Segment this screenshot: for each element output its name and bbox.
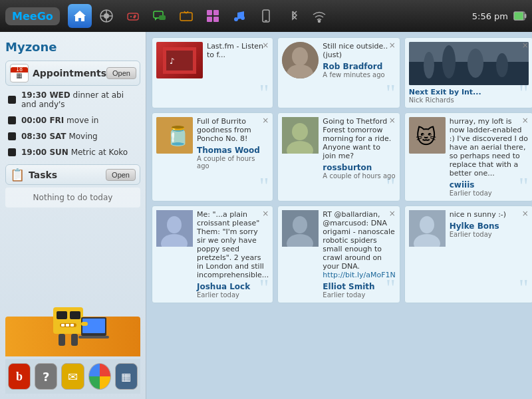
elliot-avatar — [282, 210, 319, 247]
elliot-time: Earlier today — [323, 291, 395, 299]
joshua-close[interactable]: × — [262, 209, 269, 218]
rob-close[interactable]: × — [389, 41, 396, 50]
hylke-avatar — [409, 210, 446, 247]
svg-rect-30 — [70, 311, 80, 319]
thomas-avatar: 🫙 — [156, 117, 193, 154]
thomas-time: A couple of hours ago — [197, 155, 269, 170]
chrome-icon[interactable] — [88, 363, 111, 390]
hylke-text: nice n sunny :-) — [450, 210, 529, 219]
tasks-empty-message: Nothing to do today — [5, 188, 140, 207]
nav-game[interactable] — [121, 4, 145, 28]
svg-rect-34 — [70, 324, 74, 327]
rob-text: Still nice outside.. (just) — [323, 42, 395, 59]
appointments-header: 18 ▦ Appointments Open — [5, 61, 140, 86]
appointment-item: 19:00 SUN Metric at Koko — [5, 146, 140, 159]
svg-rect-39 — [78, 336, 109, 338]
svg-point-61 — [167, 216, 182, 233]
svg-rect-18 — [207, 17, 212, 22]
next-exit-author: Nick Richards — [409, 96, 529, 104]
lastfm-thumbnail: ♪ — [156, 42, 203, 78]
calendar-icon: 18 ▦ — [10, 64, 29, 82]
svg-rect-17 — [213, 10, 219, 15]
svg-text:♪: ♪ — [170, 57, 175, 66]
svg-point-56 — [292, 123, 308, 140]
nav-grid[interactable] — [94, 4, 118, 28]
myzone-title: Myzone — [5, 37, 140, 58]
svg-point-52 — [496, 53, 508, 77]
next-exit-card: Next Exit by Int... Nick Richards × " — [404, 37, 532, 108]
svg-rect-32 — [61, 324, 65, 327]
nav-music[interactable] — [227, 4, 251, 28]
hylke-author: Hylke Bons — [450, 221, 529, 231]
svg-point-50 — [442, 45, 456, 78]
topbar: MeeGo 5:56 pm — [0, 0, 532, 32]
appointment-item: 19:30 WED dinner at abi and andy's — [5, 88, 140, 111]
main-area: Myzone 18 ▦ Appointments Open 19:30 WED … — [0, 32, 532, 399]
question-icon[interactable]: ? — [35, 363, 57, 390]
feed-area: ♪ Last.fm - Listen to f... × " Still nic… — [146, 32, 532, 399]
appointment-item: 00:00 FRI move in — [5, 114, 140, 127]
thomas-close[interactable]: × — [262, 116, 269, 125]
svg-marker-0 — [74, 11, 86, 21]
left-panel: Myzone 18 ▦ Appointments Open 19:30 WED … — [0, 32, 146, 399]
lastfm-close[interactable]: × — [262, 41, 269, 50]
appt-dot — [8, 148, 16, 156]
appt-text-1: 19:30 WED dinner at abi and andy's — [21, 90, 138, 109]
joshua-text: Me: "...a plain croissant please" Them: … — [197, 210, 269, 279]
svg-rect-27 — [525, 14, 526, 18]
svg-rect-19 — [213, 17, 219, 22]
svg-rect-16 — [207, 10, 212, 15]
svg-point-49 — [424, 52, 434, 78]
tasks-icon: 📋 — [10, 168, 25, 182]
nav-bluetooth[interactable] — [281, 4, 305, 28]
meego-logo: MeeGo — [5, 7, 60, 25]
beatsink-icon[interactable]: b — [8, 363, 31, 390]
nav-phone[interactable] — [254, 4, 278, 28]
tasks-title: Tasks — [29, 170, 57, 180]
rossburton-avatar — [282, 117, 319, 154]
nav-wifi[interactable] — [307, 4, 331, 28]
svg-rect-33 — [66, 324, 69, 327]
rob-bradford-card: Still nice outside.. (just) Rob Bradford… — [277, 37, 400, 108]
appt-dot — [8, 96, 16, 104]
svg-rect-5 — [128, 13, 138, 20]
next-exit-title: Next Exit by Int... — [409, 88, 529, 96]
rossburton-author: rossburton — [323, 163, 395, 172]
svg-text:🫙: 🫙 — [166, 125, 190, 147]
tasks-section: 📋 Tasks Open Nothing to do today — [5, 164, 140, 207]
elliot-author: Elliot Smith — [323, 282, 395, 291]
joshua-lock-card: Me: "...a plain croissant please" Them: … — [152, 205, 273, 303]
cwiiis-close[interactable]: × — [522, 116, 529, 125]
svg-rect-12 — [159, 15, 166, 20]
appointments-open-button[interactable]: Open — [106, 67, 136, 79]
rob-avatar — [282, 42, 319, 78]
appt-dot — [8, 132, 16, 140]
svg-point-51 — [467, 49, 483, 78]
nav-apps[interactable] — [201, 4, 225, 28]
elliot-close[interactable]: × — [389, 209, 396, 218]
appointments-title: Appointments — [33, 68, 106, 78]
mascot-svg — [33, 281, 113, 354]
svg-point-21 — [241, 16, 245, 20]
tasks-open-button[interactable]: Open — [106, 169, 136, 181]
hylke-time: Earlier today — [450, 231, 529, 238]
appt-text-3: 08:30 SAT Moving — [21, 132, 98, 141]
elliot-smith-card: RT @ballardian, @marcusod: DNA origami -… — [277, 205, 400, 303]
appt-text-4: 19:00 SUN Metric at Koko — [21, 148, 128, 157]
svg-rect-13 — [180, 13, 192, 21]
svg-rect-29 — [57, 311, 67, 319]
hylke-close[interactable]: × — [522, 209, 529, 218]
rossburton-close[interactable]: × — [389, 116, 396, 125]
svg-rect-35 — [59, 334, 65, 346]
lastfm-card: ♪ Last.fm - Listen to f... × " — [152, 37, 273, 108]
svg-point-24 — [318, 21, 320, 23]
nav-home[interactable] — [68, 4, 92, 28]
next-exit-close[interactable]: × — [522, 41, 529, 50]
mail-icon[interactable]: ✉ — [61, 363, 84, 390]
barcode-reader-icon[interactable]: ▦ — [115, 363, 138, 390]
nav-tv[interactable] — [174, 4, 198, 28]
character-illustration — [5, 210, 140, 356]
svg-marker-11 — [155, 18, 158, 21]
tasks-header: 📋 Tasks Open — [5, 164, 140, 185]
nav-chat[interactable] — [148, 4, 172, 28]
